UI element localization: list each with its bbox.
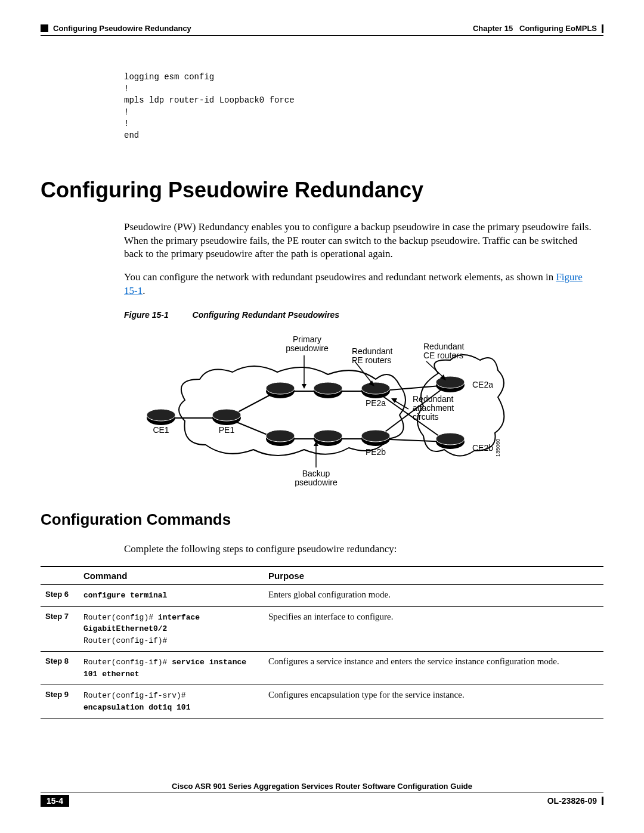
heading-2: Configuration Commands	[41, 510, 603, 529]
table-row: Step 7Router(config)# interface GigabitE…	[41, 606, 603, 652]
figure-caption: Figure 15-1 Configuring Redundant Pseudo…	[124, 310, 603, 320]
footer-guide-title: Cisco ASR 901 Series Aggregation Service…	[41, 782, 603, 792]
command-cell: Router(config-if)# service instance 101 …	[79, 652, 264, 685]
label-redundant-pe: RedundantPE routers	[352, 346, 393, 365]
commands-table: Command Purpose Step 6configure terminal…	[41, 566, 603, 719]
label-ce2a: CE2a	[472, 380, 493, 389]
page-number-badge: 15-4	[41, 795, 69, 807]
step-cell: Step 8	[41, 652, 79, 685]
label-pe1: PE1	[219, 425, 235, 435]
config-snippet: logging esm config ! mpls ldp router-id …	[124, 72, 603, 142]
label-ce1: CE1	[153, 425, 169, 435]
page-header: Configuring Pseudowire Redundancy Chapte…	[41, 24, 603, 33]
paragraph-2a: You can configure the network with redun…	[124, 271, 556, 283]
label-pe2a: PE2a	[366, 398, 386, 408]
figure-id: Figure 15-1	[124, 310, 169, 320]
doc-id: OL-23826-09	[547, 796, 597, 806]
svg-point-26	[361, 430, 390, 442]
svg-point-20	[361, 382, 390, 394]
paragraph-2: You can configure the network with redun…	[124, 271, 592, 298]
step-cell: Step 6	[41, 585, 79, 607]
figure-diagram: Primarypseudowire RedundantPE routers Re…	[41, 332, 603, 487]
label-pe2b: PE2b	[366, 447, 386, 457]
th-purpose: Purpose	[264, 566, 603, 585]
svg-point-16	[266, 382, 295, 394]
table-row: Step 9Router(config-if-srv)# encapsulati…	[41, 685, 603, 719]
command-cell: Router(config)# interface GigabitEtherne…	[79, 606, 264, 652]
step-cell: Step 9	[41, 685, 79, 719]
label-primary: Primarypseudowire	[286, 335, 329, 353]
th-command: Command	[79, 566, 264, 585]
header-marker-icon	[41, 24, 48, 32]
table-row: Step 6configure terminalEnters global co…	[41, 585, 603, 607]
svg-point-30	[436, 433, 465, 445]
svg-point-24	[314, 430, 342, 442]
purpose-cell: Configures a service instance and enters…	[264, 652, 603, 685]
label-redundant-ce: RedundantCE routers	[423, 342, 465, 360]
svg-point-14	[212, 409, 241, 421]
svg-point-22	[266, 430, 295, 442]
purpose-cell: Enters global configuration mode.	[264, 585, 603, 607]
step-cell: Step 7	[41, 606, 79, 652]
svg-point-18	[314, 382, 342, 394]
figure-title: Configuring Redundant Pseudowires	[193, 310, 340, 320]
command-cell: configure terminal	[79, 585, 264, 607]
label-ce2b: CE2b	[472, 443, 493, 453]
paragraph-2b: .	[143, 285, 145, 296]
purpose-cell: Specifies an interface to configure.	[264, 606, 603, 652]
redundant-pseudowire-diagram: Primarypseudowire RedundantPE routers Re…	[137, 332, 507, 487]
th-step	[41, 566, 79, 585]
chapter-title: Configuring EoMPLS	[519, 24, 597, 33]
doc-id-bar-icon	[602, 797, 603, 805]
command-cell: Router(config-if-srv)# encapsulation dot…	[79, 685, 264, 719]
paragraph-1: Pseudowire (PW) Redundancy enables you t…	[124, 221, 592, 262]
purpose-cell: Configures encapsulation type for the se…	[264, 685, 603, 719]
header-rule	[41, 35, 603, 36]
label-backup: Backuppseudowire	[295, 469, 338, 487]
heading-1: Configuring Pseudowire Redundancy	[41, 178, 603, 203]
page-footer: Cisco ASR 901 Series Aggregation Service…	[41, 782, 603, 807]
svg-point-12	[147, 409, 175, 421]
table-row: Step 8Router(config-if)# service instanc…	[41, 652, 603, 685]
table-intro: Complete the following steps to configur…	[124, 543, 603, 555]
header-bar-icon	[602, 24, 603, 33]
section-title: Configuring Pseudowire Redundancy	[53, 24, 191, 33]
chapter-label: Chapter 15	[473, 24, 513, 33]
figure-ref-number: 135060	[495, 439, 501, 457]
